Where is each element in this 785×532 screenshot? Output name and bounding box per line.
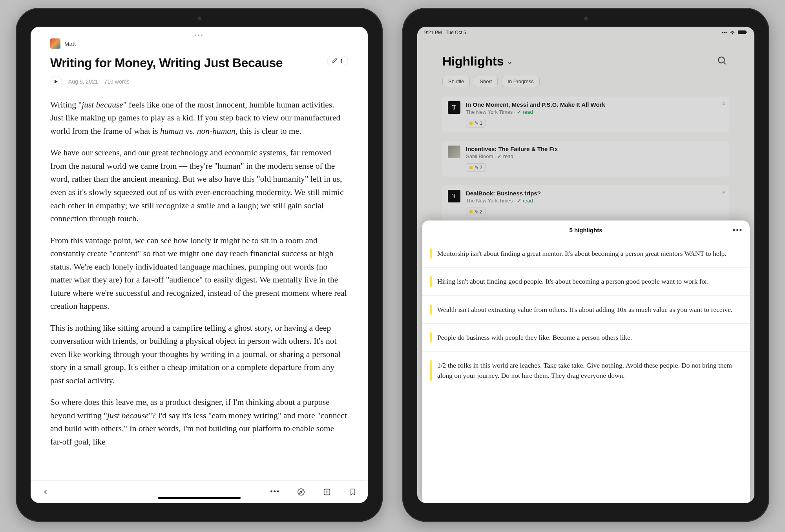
article-body[interactable]: Writing "just because" feels like one of…: [50, 98, 348, 449]
more-icon[interactable]: •••: [733, 226, 743, 234]
article-date: Aug 9, 2021: [68, 78, 98, 85]
play-button[interactable]: [50, 76, 62, 87]
bookmark-icon[interactable]: [348, 487, 358, 497]
ipad-left: ••• Matt Writing for Money, Writing Just…: [16, 8, 383, 522]
pencil-icon: [332, 58, 338, 64]
paragraph: Writing "just because" feels like one of…: [50, 98, 348, 138]
avatar[interactable]: [50, 38, 60, 49]
compass-icon[interactable]: [296, 487, 306, 497]
highlight-item[interactable]: Wealth isn't about extracting value from…: [422, 295, 750, 323]
more-icon[interactable]: •••: [270, 487, 280, 497]
highlights-sheet: 5 highlights ••• Mentorship isn't about …: [422, 220, 750, 503]
highlight-item[interactable]: 1/2 the folks in this world are leaches.…: [422, 351, 750, 390]
highlight-item[interactable]: People do business with people they like…: [422, 323, 750, 351]
edit-button[interactable]: 1: [327, 56, 348, 66]
paragraph: This is nothing like sitting around a ca…: [50, 322, 348, 388]
sheet-header: 5 highlights •••: [422, 220, 750, 240]
highlights-list[interactable]: Mentorship isn't about finding a great m…: [422, 240, 750, 503]
highlight-text: Mentorship isn't about finding a great m…: [437, 248, 727, 259]
highlight-text: Wealth isn't about extracting value from…: [437, 304, 732, 315]
highlight-bar-icon: [430, 276, 432, 286]
author-row: Matt: [50, 38, 348, 49]
highlight-bar-icon: [430, 304, 432, 315]
svg-point-0: [298, 488, 305, 495]
highlight-bar-icon: [430, 360, 432, 381]
fade-overlay: [31, 457, 368, 480]
highlight-bar-icon: [430, 332, 432, 343]
paragraph: From this vantage point, we can see how …: [50, 234, 348, 313]
ipad-right: 9:21 PM Tue Oct 5 ▪▪▪ Highlights ⌄: [402, 8, 769, 522]
highlight-item[interactable]: Hiring isn't about finding good people. …: [422, 267, 750, 295]
highlight-text: People do business with people they like…: [437, 332, 632, 343]
article-title: Writing for Money, Writing Just Because: [50, 56, 283, 70]
edit-count: 1: [340, 58, 343, 64]
paragraph: So where does this leave me, as a produc…: [50, 396, 348, 448]
highlight-bar-icon: [430, 248, 432, 259]
screen-highlights: 9:21 PM Tue Oct 5 ▪▪▪ Highlights ⌄: [417, 27, 754, 503]
add-icon[interactable]: [322, 487, 332, 497]
highlight-item[interactable]: Mentorship isn't about finding a great m…: [422, 240, 750, 267]
screen-article: ••• Matt Writing for Money, Writing Just…: [31, 27, 368, 503]
sheet-title: 5 highlights: [569, 227, 602, 233]
back-button[interactable]: [41, 487, 50, 497]
meta-row: Aug 9, 2021 710 words: [50, 76, 348, 87]
highlight-text: 1/2 the folks in this world are leaches.…: [437, 360, 740, 381]
home-indicator[interactable]: [158, 497, 241, 499]
article-view: Matt Writing for Money, Writing Just Bec…: [31, 27, 368, 503]
author-name[interactable]: Matt: [64, 40, 76, 47]
word-count: 710 words: [104, 78, 130, 85]
bottom-toolbar: •••: [31, 480, 368, 503]
paragraph: We have our screens, and our great techn…: [50, 146, 348, 225]
highlight-text: Hiring isn't about finding good people. …: [437, 276, 709, 286]
